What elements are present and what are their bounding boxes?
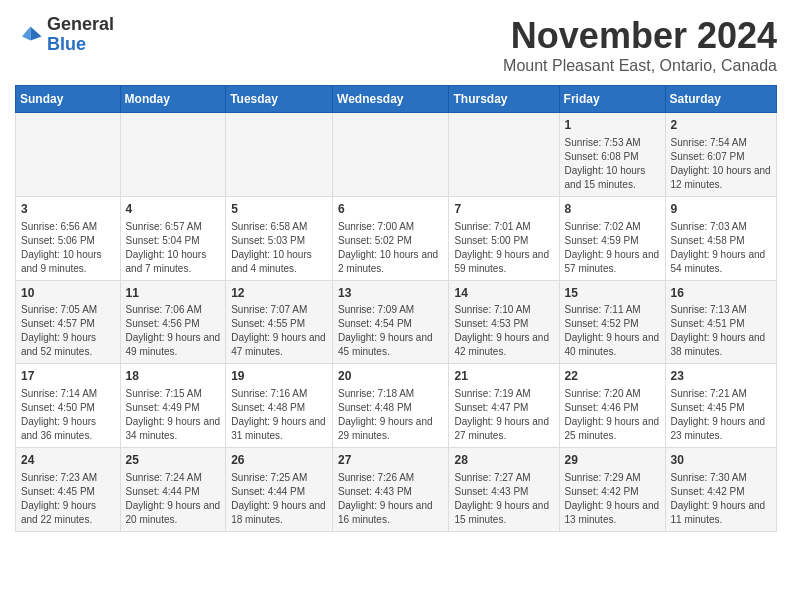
weekday-header: Wednesday <box>333 86 449 113</box>
weekday-header: Friday <box>559 86 665 113</box>
calendar-week-row: 17Sunrise: 7:14 AMSunset: 4:50 PMDayligh… <box>16 364 777 448</box>
day-info: Daylight: 9 hours and 40 minutes. <box>565 331 660 359</box>
day-info: Sunrise: 7:29 AM <box>565 471 660 485</box>
calendar-week-row: 10Sunrise: 7:05 AMSunset: 4:57 PMDayligh… <box>16 280 777 364</box>
day-number: 18 <box>126 368 221 385</box>
calendar-week-row: 3Sunrise: 6:56 AMSunset: 5:06 PMDaylight… <box>16 196 777 280</box>
day-info: Sunrise: 7:00 AM <box>338 220 443 234</box>
calendar-cell: 6Sunrise: 7:00 AMSunset: 5:02 PMDaylight… <box>333 196 449 280</box>
calendar-cell: 17Sunrise: 7:14 AMSunset: 4:50 PMDayligh… <box>16 364 121 448</box>
day-info: Daylight: 9 hours and 47 minutes. <box>231 331 327 359</box>
day-number: 11 <box>126 285 221 302</box>
calendar-cell: 13Sunrise: 7:09 AMSunset: 4:54 PMDayligh… <box>333 280 449 364</box>
calendar-cell: 21Sunrise: 7:19 AMSunset: 4:47 PMDayligh… <box>449 364 559 448</box>
day-info: Sunset: 5:00 PM <box>454 234 553 248</box>
day-number: 14 <box>454 285 553 302</box>
calendar-cell <box>333 113 449 197</box>
day-info: Daylight: 9 hours and 36 minutes. <box>21 415 115 443</box>
day-info: Sunrise: 6:57 AM <box>126 220 221 234</box>
calendar-cell <box>120 113 226 197</box>
svg-marker-0 <box>30 26 41 40</box>
day-number: 20 <box>338 368 443 385</box>
calendar-cell: 23Sunrise: 7:21 AMSunset: 4:45 PMDayligh… <box>665 364 776 448</box>
day-info: Sunset: 4:42 PM <box>671 485 771 499</box>
day-info: Daylight: 10 hours and 7 minutes. <box>126 248 221 276</box>
calendar-cell <box>226 113 333 197</box>
day-info: Sunset: 4:56 PM <box>126 317 221 331</box>
calendar-cell: 26Sunrise: 7:25 AMSunset: 4:44 PMDayligh… <box>226 448 333 532</box>
day-info: Sunrise: 7:27 AM <box>454 471 553 485</box>
day-info: Sunrise: 7:14 AM <box>21 387 115 401</box>
day-info: Sunrise: 7:25 AM <box>231 471 327 485</box>
weekday-header: Saturday <box>665 86 776 113</box>
day-info: Daylight: 9 hours and 20 minutes. <box>126 499 221 527</box>
day-info: Sunrise: 7:11 AM <box>565 303 660 317</box>
logo: General Blue <box>15 15 114 55</box>
day-info: Sunrise: 7:19 AM <box>454 387 553 401</box>
day-number: 22 <box>565 368 660 385</box>
day-number: 1 <box>565 117 660 134</box>
day-info: Daylight: 9 hours and 22 minutes. <box>21 499 115 527</box>
day-info: Sunset: 4:51 PM <box>671 317 771 331</box>
calendar-cell: 30Sunrise: 7:30 AMSunset: 4:42 PMDayligh… <box>665 448 776 532</box>
calendar-cell: 16Sunrise: 7:13 AMSunset: 4:51 PMDayligh… <box>665 280 776 364</box>
calendar-cell: 1Sunrise: 7:53 AMSunset: 6:08 PMDaylight… <box>559 113 665 197</box>
day-number: 30 <box>671 452 771 469</box>
day-number: 17 <box>21 368 115 385</box>
calendar-cell: 12Sunrise: 7:07 AMSunset: 4:55 PMDayligh… <box>226 280 333 364</box>
day-info: Sunset: 6:07 PM <box>671 150 771 164</box>
day-number: 4 <box>126 201 221 218</box>
location-title: Mount Pleasant East, Ontario, Canada <box>503 57 777 75</box>
day-info: Sunrise: 6:58 AM <box>231 220 327 234</box>
day-number: 7 <box>454 201 553 218</box>
calendar-week-row: 24Sunrise: 7:23 AMSunset: 4:45 PMDayligh… <box>16 448 777 532</box>
day-info: Sunset: 4:50 PM <box>21 401 115 415</box>
day-info: Sunset: 4:58 PM <box>671 234 771 248</box>
day-info: Sunset: 4:44 PM <box>231 485 327 499</box>
day-info: Daylight: 10 hours and 4 minutes. <box>231 248 327 276</box>
day-number: 25 <box>126 452 221 469</box>
weekday-header: Tuesday <box>226 86 333 113</box>
day-info: Sunset: 4:48 PM <box>231 401 327 415</box>
calendar-cell: 18Sunrise: 7:15 AMSunset: 4:49 PMDayligh… <box>120 364 226 448</box>
day-info: Sunrise: 7:07 AM <box>231 303 327 317</box>
day-info: Sunrise: 7:54 AM <box>671 136 771 150</box>
day-info: Sunset: 4:52 PM <box>565 317 660 331</box>
day-info: Sunset: 4:49 PM <box>126 401 221 415</box>
day-info: Daylight: 9 hours and 38 minutes. <box>671 331 771 359</box>
day-info: Sunset: 5:04 PM <box>126 234 221 248</box>
day-info: Daylight: 10 hours and 15 minutes. <box>565 164 660 192</box>
calendar-cell: 20Sunrise: 7:18 AMSunset: 4:48 PMDayligh… <box>333 364 449 448</box>
calendar-cell: 19Sunrise: 7:16 AMSunset: 4:48 PMDayligh… <box>226 364 333 448</box>
day-info: Sunset: 4:54 PM <box>338 317 443 331</box>
day-number: 29 <box>565 452 660 469</box>
day-number: 23 <box>671 368 771 385</box>
day-info: Sunrise: 7:01 AM <box>454 220 553 234</box>
day-info: Sunset: 5:03 PM <box>231 234 327 248</box>
logo-blue-text: Blue <box>47 35 114 55</box>
day-info: Sunrise: 7:23 AM <box>21 471 115 485</box>
day-info: Daylight: 9 hours and 25 minutes. <box>565 415 660 443</box>
title-area: November 2024 Mount Pleasant East, Ontar… <box>503 15 777 75</box>
calendar-cell: 28Sunrise: 7:27 AMSunset: 4:43 PMDayligh… <box>449 448 559 532</box>
day-info: Sunset: 4:42 PM <box>565 485 660 499</box>
day-info: Sunset: 5:06 PM <box>21 234 115 248</box>
day-info: Sunset: 4:59 PM <box>565 234 660 248</box>
day-info: Sunrise: 7:20 AM <box>565 387 660 401</box>
day-info: Daylight: 9 hours and 27 minutes. <box>454 415 553 443</box>
weekday-header: Thursday <box>449 86 559 113</box>
day-info: Sunset: 4:45 PM <box>671 401 771 415</box>
day-number: 9 <box>671 201 771 218</box>
day-info: Sunrise: 7:06 AM <box>126 303 221 317</box>
day-info: Daylight: 9 hours and 15 minutes. <box>454 499 553 527</box>
day-info: Daylight: 9 hours and 29 minutes. <box>338 415 443 443</box>
day-number: 12 <box>231 285 327 302</box>
calendar-cell: 5Sunrise: 6:58 AMSunset: 5:03 PMDaylight… <box>226 196 333 280</box>
day-info: Daylight: 9 hours and 42 minutes. <box>454 331 553 359</box>
calendar-cell <box>16 113 121 197</box>
logo-icon <box>15 21 43 49</box>
day-info: Sunrise: 7:03 AM <box>671 220 771 234</box>
day-info: Sunrise: 7:05 AM <box>21 303 115 317</box>
day-info: Daylight: 10 hours and 12 minutes. <box>671 164 771 192</box>
day-info: Sunset: 4:55 PM <box>231 317 327 331</box>
